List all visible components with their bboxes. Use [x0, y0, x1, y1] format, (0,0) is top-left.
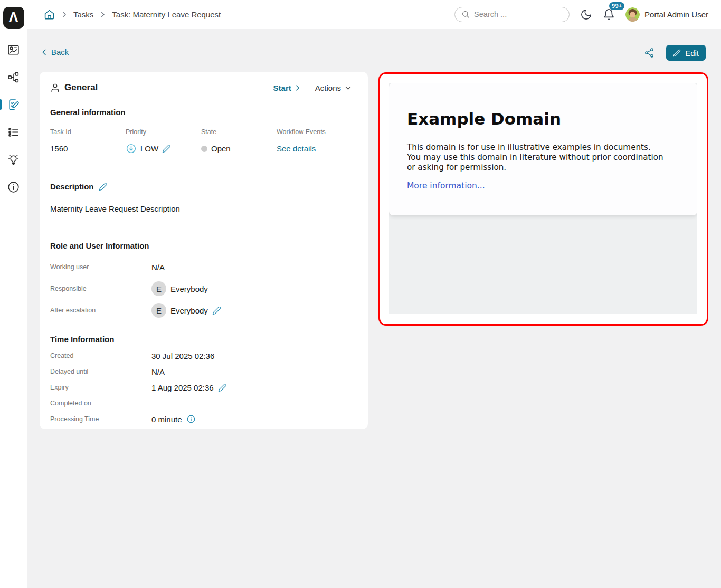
- back-button[interactable]: Back: [40, 48, 69, 56]
- sidebar-item-dashboard[interactable]: [0, 36, 27, 63]
- role-avatar: E: [151, 303, 166, 318]
- breadcrumb-current-task: Task: Maternity Leave Request: [112, 10, 221, 19]
- notification-badge: 99+: [609, 2, 624, 10]
- task-preview-panel-highlighted: Example Domain This domain is for use in…: [378, 72, 708, 326]
- sidebar-item-about[interactable]: [0, 173, 27, 201]
- global-search: [454, 7, 570, 22]
- created-row: Created 30 Jul 2025 02:36: [50, 348, 352, 364]
- chevron-right-icon: [99, 11, 107, 18]
- example-domain-text: This domain is for use in illustrative e…: [407, 143, 679, 173]
- general-information-grid: Task Id Priority State Workflow Events 1…: [50, 128, 352, 154]
- divider: [50, 227, 352, 227]
- delayed-until-row: Delayed until N/A: [50, 364, 352, 380]
- field-label: Workflow Events: [277, 128, 352, 136]
- tasks-icon: [7, 98, 20, 111]
- edit-after-escalation-button[interactable]: [212, 306, 221, 315]
- processing-time-row: Processing Time 0 minute: [50, 411, 352, 427]
- breadcrumb: Tasks Task: Maternity Leave Request: [44, 9, 221, 20]
- general-information-heading: General information: [50, 108, 352, 117]
- description-text: Maternity Leave Request Description: [50, 204, 352, 213]
- dashboard-icon: [7, 43, 20, 56]
- pencil-icon: [218, 383, 227, 392]
- edit-expiry-button[interactable]: [218, 383, 227, 392]
- divider: [50, 168, 352, 168]
- chevron-right-icon: [293, 84, 301, 92]
- chevron-down-icon: [344, 84, 352, 92]
- see-details-link[interactable]: See details: [277, 144, 316, 153]
- user-name: Portal Admin User: [644, 10, 708, 19]
- share-icon: [644, 48, 654, 58]
- info-icon[interactable]: [186, 414, 196, 424]
- expiry-row: Expiry 1 Aug 2025 02:36: [50, 380, 352, 395]
- field-label: Task Id: [50, 128, 126, 136]
- time-information-heading: Time Information: [50, 335, 352, 344]
- completed-on-row: Completed on: [50, 395, 352, 411]
- edit-button[interactable]: Edit: [666, 45, 706, 61]
- embedded-page: Example Domain This domain is for use in…: [389, 83, 697, 314]
- after-escalation-row: After escalation E Everybody: [50, 300, 352, 321]
- field-label: State: [201, 128, 277, 136]
- chevron-left-icon: [40, 48, 49, 56]
- avatar: [625, 7, 640, 22]
- field-label: Priority: [126, 128, 201, 136]
- pencil-icon: [673, 49, 681, 57]
- priority-value: LOW: [126, 143, 201, 154]
- task-details-card: General Start Actions General informatio…: [40, 72, 368, 429]
- description-heading: Description: [50, 182, 352, 191]
- actions-menu-button[interactable]: Actions: [315, 83, 352, 92]
- state-open-dot-icon: [201, 146, 207, 152]
- example-domain-card: Example Domain This domain is for use in…: [389, 83, 697, 215]
- example-domain-heading: Example Domain: [407, 109, 679, 128]
- task-id-value: 1560: [50, 143, 126, 154]
- role-avatar: E: [151, 281, 166, 296]
- priority-low-icon: [126, 143, 137, 154]
- state-value: Open: [201, 143, 277, 154]
- more-information-link[interactable]: More information...: [407, 181, 485, 191]
- app-logo[interactable]: Λ: [3, 7, 24, 29]
- edit-description-button[interactable]: [99, 182, 108, 191]
- pencil-icon: [99, 182, 108, 191]
- processes-icon: [7, 71, 20, 84]
- chevron-right-icon: [60, 11, 68, 18]
- bell-icon: [603, 8, 615, 21]
- about-info-icon: [7, 181, 20, 194]
- breadcrumb-tasks[interactable]: Tasks: [73, 10, 93, 19]
- responsible-row: Responsible E Everybody: [50, 278, 352, 299]
- sidebar-item-cases[interactable]: [0, 118, 27, 146]
- sidebar-item-tasks[interactable]: [0, 91, 27, 118]
- working-user-row: Working user N/A: [50, 257, 352, 278]
- cases-icon: [7, 126, 20, 139]
- sidebar-item-processes[interactable]: [0, 63, 27, 91]
- pencil-icon: [212, 306, 221, 315]
- moon-icon: [580, 8, 592, 21]
- user-menu[interactable]: Portal Admin User: [625, 7, 708, 22]
- start-task-button[interactable]: Start: [273, 83, 301, 92]
- sidebar-item-insights[interactable]: [0, 146, 27, 173]
- home-icon[interactable]: [44, 9, 55, 20]
- share-button[interactable]: [644, 48, 654, 58]
- insights-icon: [7, 153, 20, 166]
- edit-priority-button[interactable]: [162, 144, 171, 153]
- role-user-heading: Role and User Information: [50, 241, 352, 250]
- dark-mode-toggle[interactable]: [580, 8, 592, 21]
- card-title: General: [50, 82, 98, 93]
- person-icon: [50, 83, 60, 93]
- sidebar: Λ: [0, 0, 27, 588]
- topbar: Tasks Task: Maternity Leave Request 99+: [27, 0, 721, 29]
- search-input[interactable]: [474, 10, 563, 18]
- search-icon: [461, 10, 470, 18]
- notifications-button[interactable]: 99+: [603, 8, 615, 21]
- pencil-icon: [162, 144, 171, 153]
